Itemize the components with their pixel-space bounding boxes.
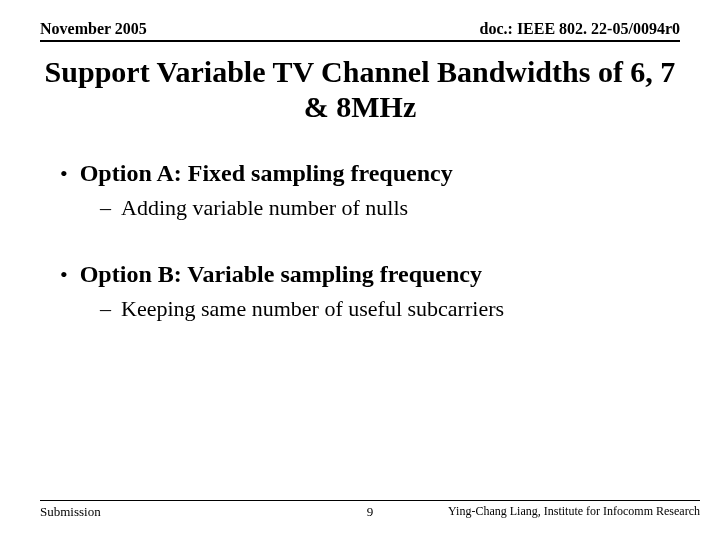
slide-header: November 2005 doc.: IEEE 802. 22-05/0094…: [40, 20, 680, 42]
bullet-icon: •: [60, 163, 68, 185]
header-date: November 2005: [40, 20, 147, 38]
dash-icon: –: [100, 296, 111, 322]
slide-content: • Option A: Fixed sampling frequency – A…: [60, 160, 680, 362]
option-b-label: Option B: Variable sampling frequency: [80, 261, 482, 288]
slide-footer: Submission 9 Ying-Chang Liang, Institute…: [40, 500, 700, 520]
option-a-sub-text: Adding variable number of nulls: [121, 195, 408, 221]
bullet-icon: •: [60, 264, 68, 286]
option-b-sub-text: Keeping same number of useful subcarrier…: [121, 296, 504, 322]
footer-author: Ying-Chang Liang, Institute for Infocomm…: [448, 504, 700, 519]
option-b-row: • Option B: Variable sampling frequency: [60, 261, 680, 288]
dash-icon: –: [100, 195, 111, 221]
footer-left: Submission: [40, 504, 101, 520]
option-a-label: Option A: Fixed sampling frequency: [80, 160, 453, 187]
option-a-sub-row: – Adding variable number of nulls: [100, 195, 680, 221]
slide-title: Support Variable TV Channel Bandwidths o…: [40, 55, 680, 124]
header-doc-id: doc.: IEEE 802. 22-05/0094r0: [480, 20, 680, 38]
footer-page-number: 9: [367, 504, 374, 520]
option-a-row: • Option A: Fixed sampling frequency: [60, 160, 680, 187]
option-b-sub-row: – Keeping same number of useful subcarri…: [100, 296, 680, 322]
